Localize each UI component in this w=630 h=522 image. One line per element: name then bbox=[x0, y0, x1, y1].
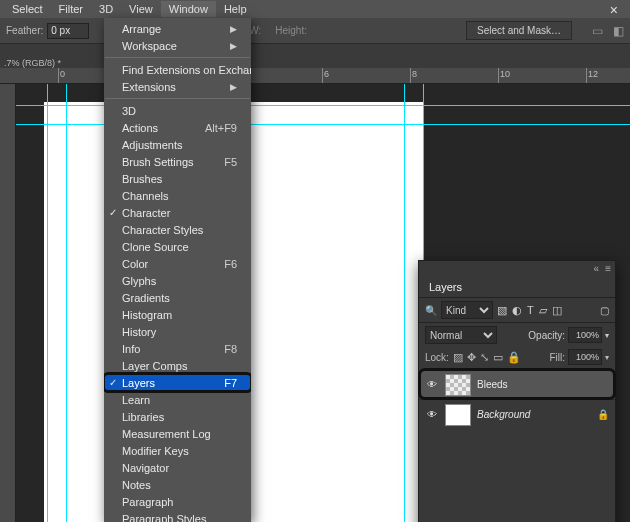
menu-3d[interactable]: 3D bbox=[91, 1, 121, 17]
menu-item-clone-source[interactable]: Clone Source bbox=[104, 238, 251, 255]
panel-toggle-icon[interactable]: ▭ bbox=[592, 24, 603, 38]
lock-pixels-icon[interactable]: ▨ bbox=[453, 351, 463, 364]
menu-item-layer-comps[interactable]: Layer Comps bbox=[104, 357, 251, 374]
menu-item-paragraph[interactable]: Paragraph bbox=[104, 493, 251, 510]
guide-vertical[interactable] bbox=[47, 84, 48, 522]
feather-input[interactable] bbox=[47, 23, 89, 39]
ruler-tick-label: 10 bbox=[500, 69, 510, 79]
lock-artboard-icon[interactable]: ▭ bbox=[493, 351, 503, 364]
menu-item-glyphs[interactable]: Glyphs bbox=[104, 272, 251, 289]
filter-type-icon[interactable]: T bbox=[527, 304, 534, 317]
panel-menu-icon[interactable]: ≡ bbox=[605, 263, 611, 274]
lock-nested-icon[interactable]: ⤡ bbox=[480, 351, 489, 364]
lock-all-icon[interactable]: 🔒 bbox=[507, 351, 521, 364]
fill-label: Fill: bbox=[549, 352, 565, 363]
document-tab-bar: .7% (RGB/8) * Untitled- bbox=[0, 44, 630, 68]
filter-shape-icon[interactable]: ▱ bbox=[539, 304, 547, 317]
guide-vertical[interactable] bbox=[66, 84, 67, 522]
chevron-down-icon[interactable]: ▾ bbox=[605, 331, 609, 340]
menu-item-label: Workspace bbox=[122, 40, 177, 52]
menu-item-3d[interactable]: 3D bbox=[104, 102, 251, 119]
menu-item-libraries[interactable]: Libraries bbox=[104, 408, 251, 425]
menu-item-label: Learn bbox=[122, 394, 150, 406]
kind-search-icon: 🔍 bbox=[425, 305, 437, 316]
menu-item-find-extensions-on-exchange[interactable]: Find Extensions on Exchange… bbox=[104, 61, 251, 78]
menu-item-character[interactable]: ✓Character bbox=[104, 204, 251, 221]
height-label: Height: bbox=[275, 25, 307, 36]
blend-mode-select[interactable]: Normal bbox=[425, 326, 497, 344]
menu-item-learn[interactable]: Learn bbox=[104, 391, 251, 408]
menu-item-color[interactable]: ColorF6 bbox=[104, 255, 251, 272]
menu-help[interactable]: Help bbox=[216, 1, 255, 17]
menu-item-label: Color bbox=[122, 258, 148, 270]
menu-item-info[interactable]: InfoF8 bbox=[104, 340, 251, 357]
layer-name[interactable]: Bleeds bbox=[477, 379, 508, 390]
menu-item-brushes[interactable]: Brushes bbox=[104, 170, 251, 187]
menu-item-label: Info bbox=[122, 343, 140, 355]
menu-item-shortcut: F6 bbox=[224, 258, 237, 270]
menu-item-arrange[interactable]: Arrange▶ bbox=[104, 20, 251, 37]
submenu-arrow-icon: ▶ bbox=[230, 41, 237, 51]
menu-item-label: Histogram bbox=[122, 309, 172, 321]
menu-item-character-styles[interactable]: Character Styles bbox=[104, 221, 251, 238]
layer-name[interactable]: Background bbox=[477, 409, 530, 420]
menu-separator bbox=[105, 57, 250, 58]
menu-window[interactable]: Window bbox=[161, 1, 216, 17]
menu-item-workspace[interactable]: Workspace▶ bbox=[104, 37, 251, 54]
submenu-arrow-icon: ▶ bbox=[230, 24, 237, 34]
menu-item-layers[interactable]: ✓LayersF7 bbox=[104, 374, 251, 391]
layer-thumbnail[interactable] bbox=[445, 374, 471, 396]
menu-item-label: Find Extensions on Exchange… bbox=[122, 64, 251, 76]
menu-item-label: Notes bbox=[122, 479, 151, 491]
menu-item-brush-settings[interactable]: Brush SettingsF5 bbox=[104, 153, 251, 170]
visibility-icon[interactable]: 👁 bbox=[425, 409, 439, 420]
menu-item-measurement-log[interactable]: Measurement Log bbox=[104, 425, 251, 442]
menu-item-shortcut: F8 bbox=[224, 343, 237, 355]
menu-item-label: Measurement Log bbox=[122, 428, 211, 440]
layers-panel: « ≡ Layers 🔍 Kind ▧ ◐ T ▱ ◫ ▢ Normal Opa… bbox=[418, 260, 616, 522]
layer-row[interactable]: 👁 Background 🔒 bbox=[419, 399, 615, 429]
panel-collapse-icon[interactable]: « bbox=[594, 263, 600, 274]
window-close-icon[interactable]: × bbox=[602, 0, 626, 20]
opacity-input[interactable] bbox=[568, 327, 602, 343]
filter-toggle-icon[interactable]: ▢ bbox=[600, 305, 609, 316]
layers-panel-title[interactable]: Layers bbox=[419, 275, 615, 297]
menu-item-notes[interactable]: Notes bbox=[104, 476, 251, 493]
menu-item-channels[interactable]: Channels bbox=[104, 187, 251, 204]
menu-item-modifier-keys[interactable]: Modifier Keys bbox=[104, 442, 251, 459]
visibility-icon[interactable]: 👁 bbox=[425, 379, 439, 390]
fill-input[interactable] bbox=[568, 349, 602, 365]
filter-pixel-icon[interactable]: ▧ bbox=[497, 304, 507, 317]
layer-row[interactable]: 👁 Bleeds bbox=[419, 369, 615, 399]
menu-filter[interactable]: Filter bbox=[51, 1, 91, 17]
layer-thumbnail[interactable] bbox=[445, 404, 471, 426]
lock-icon: 🔒 bbox=[597, 409, 609, 420]
filter-adjust-icon[interactable]: ◐ bbox=[512, 304, 522, 317]
menu-select[interactable]: Select bbox=[4, 1, 51, 17]
menu-item-histogram[interactable]: Histogram bbox=[104, 306, 251, 323]
ruler-tick-label: 12 bbox=[588, 69, 598, 79]
menu-item-history[interactable]: History bbox=[104, 323, 251, 340]
menu-item-label: Brush Settings bbox=[122, 156, 194, 168]
feather-label: Feather: bbox=[6, 25, 43, 36]
menu-item-label: Clone Source bbox=[122, 241, 189, 253]
workspace-icon[interactable]: ◧ bbox=[613, 24, 624, 38]
submenu-arrow-icon: ▶ bbox=[230, 82, 237, 92]
menu-item-adjustments[interactable]: Adjustments bbox=[104, 136, 251, 153]
opacity-label: Opacity: bbox=[528, 330, 565, 341]
menu-view[interactable]: View bbox=[121, 1, 161, 17]
menu-item-paragraph-styles[interactable]: Paragraph Styles bbox=[104, 510, 251, 522]
width-label: W: bbox=[249, 25, 261, 36]
menu-item-actions[interactable]: ActionsAlt+F9 bbox=[104, 119, 251, 136]
menu-item-extensions[interactable]: Extensions▶ bbox=[104, 78, 251, 95]
lock-position-icon[interactable]: ✥ bbox=[467, 351, 476, 364]
menu-item-gradients[interactable]: Gradients bbox=[104, 289, 251, 306]
select-and-mask-button[interactable]: Select and Mask… bbox=[466, 21, 572, 40]
chevron-down-icon[interactable]: ▾ bbox=[605, 353, 609, 362]
menu-separator bbox=[105, 98, 250, 99]
layer-filter-kind[interactable]: Kind bbox=[441, 301, 493, 319]
menu-item-navigator[interactable]: Navigator bbox=[104, 459, 251, 476]
guide-vertical[interactable] bbox=[404, 84, 405, 522]
lock-label: Lock: bbox=[425, 352, 449, 363]
filter-smart-icon[interactable]: ◫ bbox=[552, 304, 562, 317]
